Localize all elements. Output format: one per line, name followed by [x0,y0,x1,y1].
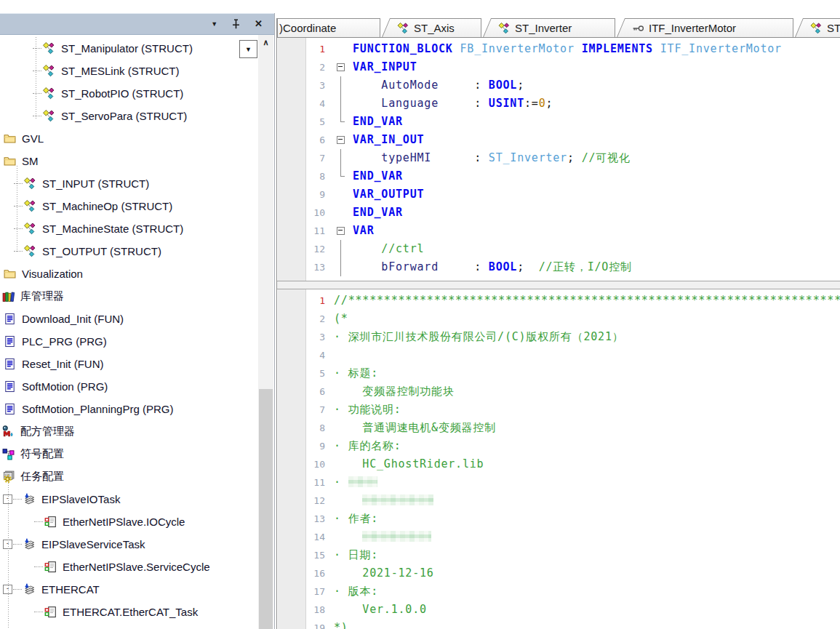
line-number: 7 [277,149,334,167]
code-line[interactable]: 13 bForward : BOOL; //正转，I/O控制 [277,258,840,276]
tree-item[interactable]: ST_OUTPUT (STRUCT) [0,240,257,263]
code-line[interactable]: 1//*************************************… [277,292,840,310]
tree-item-label: ST_MachineState (STRUCT) [42,223,183,235]
fold-toggle-icon[interactable] [334,222,353,240]
tree-item[interactable]: EtherNetIPSlave.ServiceCycle [0,556,257,578]
code-line[interactable]: 11VAR [277,222,840,240]
fold-toggle-icon[interactable] [334,58,353,76]
tree-item[interactable]: ST_INPUT (STRUCT) [0,172,257,195]
panel-divider[interactable] [274,13,275,629]
code-line[interactable]: 4 Language : USINT:=0; [277,95,840,113]
tree-item[interactable]: 任务配置 [0,465,257,488]
code-line[interactable]: 5END_VAR [277,113,840,131]
code-line[interactable]: 1FUNCTION_BLOCK FB_InverterMotor IMPLEME… [277,40,840,58]
tree-item[interactable]: 符号配置 [0,443,257,465]
code-line[interactable]: 3 AutoMode : BOOL; [277,76,840,95]
close-icon[interactable]: ✕ [255,20,263,28]
tree-item-label: Reset_Init (FUN) [22,358,104,370]
tree-item[interactable]: ST_MESLink (STRUCT) [0,60,257,82]
tree-connector [14,183,23,184]
code-line[interactable]: 7 typeHMI : ST_Inverter; //可视化 [277,149,840,167]
editor-tab[interactable]: ST_ [795,18,840,37]
tree-item-label: ST_Manipulator (STRUCT) [61,42,193,55]
declaration-editor[interactable]: 1FUNCTION_BLOCK FB_InverterMotor IMPLEME… [277,38,840,281]
pou-icon [3,403,17,415]
tree-item[interactable]: ETHERCAT.EtherCAT_Task [0,601,257,623]
code-line[interactable]: 10END_VAR [277,204,840,222]
tree-item-label: ST_OUTPUT (STRUCT) [42,245,161,257]
pin-icon[interactable] [232,19,240,29]
task-icon [23,493,36,505]
tree-item[interactable]: -EIPSlaveIOTask [0,488,257,510]
pou-icon [3,335,17,348]
code-line[interactable]: 15· 日期: [277,546,840,564]
code-line[interactable]: 10 HC_GhostRider.lib [277,455,840,473]
line-number: 7 [277,401,334,419]
code-line[interactable]: 8 普通调速电机&变频器控制 [277,419,840,437]
tree-item[interactable]: 配方管理器 [0,420,257,443]
tree-item[interactable]: -ETHERCAT [0,578,257,601]
code-line[interactable]: 2VAR_INPUT [277,58,840,76]
tree-item-dropdown[interactable]: ▼ [239,40,257,58]
tree-item[interactable]: GVL [0,127,257,150]
library-icon [1,290,15,303]
code-line[interactable]: 16 2021-12-16 [277,564,840,582]
chevron-up-icon[interactable]: ∧ [258,35,273,49]
tree-guide-line [17,166,17,252]
tree-item[interactable]: ST_MachineOp (STRUCT) [0,195,257,217]
implementation-editor[interactable]: 1//*************************************… [277,289,840,629]
tree-item[interactable]: Visualization [0,263,257,285]
code-line[interactable]: 4 [277,346,840,364]
tree-item[interactable]: ST_MachineState (STRUCT) [0,217,257,240]
code-text: · 作者: [334,510,378,528]
code-text [334,528,431,546]
code-text: //ctrl [353,240,424,258]
tree-scrollbar[interactable]: ∧ [258,35,273,629]
code-line[interactable]: 9· 库的名称: [277,437,840,455]
editor-tab[interactable]: ST_Axis [382,18,481,37]
code-line[interactable]: 12 //ctrl [277,240,840,258]
tree-item[interactable]: Reset_Init (FUN) [0,353,257,375]
tree-item[interactable]: EtherNetIPSlave.IOCycle [0,510,257,533]
fold-toggle-icon[interactable] [334,131,353,149]
editor-tab[interactable]: )Coordinate [277,18,380,37]
code-line[interactable]: 6 变频器控制功能块 [277,382,840,401]
line-number: 11 [277,473,334,492]
code-line[interactable]: 12 [277,492,840,510]
tree-item[interactable]: ST_Manipulator (STRUCT) [0,37,257,60]
code-line[interactable]: 6VAR_IN_OUT [277,131,840,149]
code-line[interactable]: 19*) [277,619,840,629]
tree-item[interactable]: 库管理器 [0,285,257,308]
tree-guide-line [36,37,36,119]
code-line[interactable]: 11· [277,473,840,492]
struct-icon [23,177,37,190]
redacted-text [348,476,377,487]
tree-item[interactable]: ST_ServoPara (STRUCT) [0,105,257,127]
tree-item[interactable]: PLC_PRG (PRG) [0,330,257,353]
code-line[interactable]: 3· 深圳市汇川技术股份有限公司/(C)版权所有（2021） [277,328,840,346]
editor-tab[interactable]: ST_Inverter [483,18,615,37]
code-line[interactable]: 9VAR_OUTPUT [277,185,840,204]
code-line[interactable]: 13· 作者: [277,510,840,528]
tree-item[interactable]: -EIPSlaveServiceTask [0,533,257,556]
code-line[interactable]: 18 Ver.1.0.0 [277,601,840,619]
code-line[interactable]: 14 [277,528,840,546]
tree-item[interactable]: SoftMotion (PRG) [0,375,257,398]
tree-item-label: 库管理器 [20,289,64,303]
pou-icon [3,358,17,370]
line-number: 9 [277,185,334,204]
chevron-down-icon[interactable]: ▼ [211,20,217,28]
code-line[interactable]: 2(* [277,310,840,328]
tree-item[interactable]: Download_Init (FUN) [0,308,257,330]
code-line[interactable]: 5· 标题: [277,364,840,382]
code-line[interactable]: 8END_VAR [277,167,840,185]
code-text: 普通调速电机&变频器控制 [334,419,496,437]
editor-splitter[interactable] [277,281,840,289]
tree-item[interactable]: SM [0,150,257,172]
code-line[interactable]: 7· 功能说明: [277,401,840,419]
scrollbar-thumb[interactable] [259,389,273,629]
editor-tab[interactable]: ITF_InverterMotor [617,18,793,37]
code-line[interactable]: 17· 版本: [277,582,840,601]
tree-item[interactable]: SoftMotion_PlanningPrg (PRG) [0,398,257,420]
tree-item[interactable]: ST_RobotPIO (STRUCT) [0,82,257,105]
